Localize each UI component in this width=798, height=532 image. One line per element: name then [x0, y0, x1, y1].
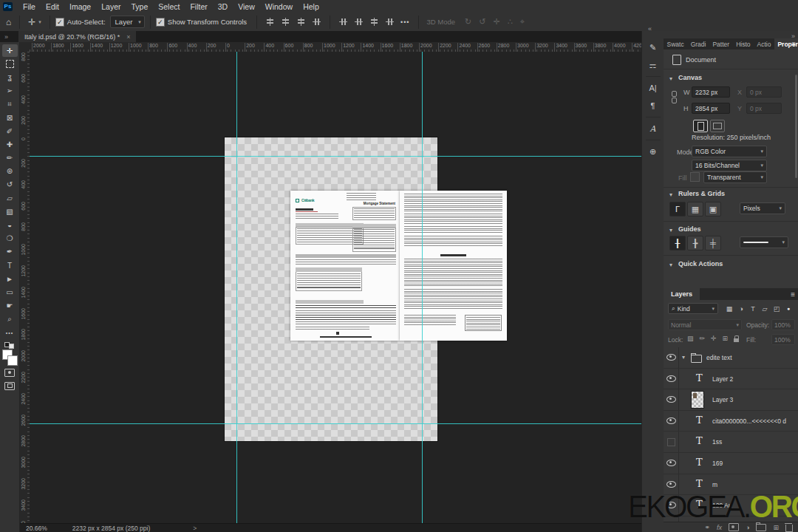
adjustment-layer-icon[interactable]: ◑ — [746, 524, 749, 531]
layer-name[interactable]: Layer 3 — [712, 396, 733, 403]
clone-stamp-tool[interactable]: ⊛ — [2, 165, 18, 177]
type-tool[interactable]: T — [2, 259, 18, 272]
zoom-level-field[interactable]: 20.66% — [26, 525, 47, 532]
canvas-section-label[interactable]: Canvas — [678, 74, 702, 81]
document-tab[interactable]: Italy id.psd @ 20.7% (RGB/16) * × — [18, 31, 136, 42]
menu-type[interactable]: Type — [126, 1, 153, 13]
layer-name[interactable]: m — [712, 481, 717, 488]
vertical-guide[interactable] — [422, 52, 423, 523]
align-top-edges-icon[interactable] — [265, 18, 275, 26]
toggle-pixel-grid-button[interactable]: ▣ — [705, 202, 721, 216]
align-vertical-centers-icon[interactable] — [281, 18, 290, 26]
horizontal-guide[interactable] — [30, 156, 641, 157]
history-brush-tool[interactable]: ↺ — [2, 178, 18, 191]
layer-row[interactable]: Tcita0000000...<<<<<<<0 d — [664, 411, 798, 432]
tab-swatc[interactable]: Swatc — [664, 38, 687, 50]
show-transform-checkbox[interactable]: ✓ — [156, 18, 165, 27]
link-dimensions-icon[interactable] — [672, 90, 677, 104]
lock-paint-icon[interactable]: ✏ — [700, 335, 706, 344]
libraries-panel-icon[interactable]: ⊕ — [645, 144, 661, 159]
hand-tool[interactable]: ☛ — [2, 299, 18, 312]
scrollbar[interactable] — [795, 75, 797, 178]
lock-guides-button[interactable]: ╊ — [687, 236, 703, 250]
statement-page-back[interactable] — [400, 191, 507, 341]
eye-hidden-box[interactable] — [667, 438, 675, 446]
move-tool-options-icon[interactable]: ✛ — [28, 17, 35, 27]
fill-checkbox[interactable] — [690, 172, 700, 182]
visibility-cell[interactable] — [664, 347, 679, 368]
width-field[interactable]: 2232 px — [692, 86, 730, 98]
panel-menu-icon[interactable]: ≡ — [791, 40, 796, 48]
collapse-caret-icon[interactable]: ▾ — [669, 191, 672, 198]
tool-presets-panel-icon[interactable]: ⚎ — [645, 58, 661, 72]
rulers-grids-section-label[interactable]: Rulers & Grids — [678, 190, 725, 197]
new-group-icon[interactable] — [756, 524, 766, 531]
layer-effects-icon[interactable]: fx — [717, 524, 722, 531]
layer-row[interactable]: TLayer 2 — [664, 369, 798, 390]
quick-actions-section-label[interactable]: Quick Actions — [678, 260, 723, 267]
menu-image[interactable]: Image — [64, 1, 96, 13]
filter-adjustment-layers-icon[interactable]: ◑ — [736, 303, 746, 314]
menu-view[interactable]: View — [233, 1, 260, 13]
clear-guides-button[interactable]: ╪ — [705, 236, 721, 250]
eyedropper-tool[interactable]: ✐ — [2, 125, 18, 137]
align-left-edges-icon[interactable] — [313, 17, 321, 27]
menu-select[interactable]: Select — [153, 1, 185, 13]
expand-caret-icon[interactable]: ▾ — [682, 354, 685, 361]
more-options-icon[interactable]: ••• — [400, 18, 409, 26]
ruler-origin-corner[interactable] — [20, 42, 30, 52]
visibility-cell[interactable] — [664, 369, 679, 389]
layer-row[interactable]: T169 — [664, 453, 798, 474]
frame-tool[interactable]: ⊠ — [2, 112, 18, 124]
screen-mode-button[interactable] — [2, 380, 18, 392]
expand-panels-icon[interactable]: « — [648, 25, 652, 33]
background-color-swatch[interactable] — [7, 355, 18, 366]
eye-icon[interactable] — [666, 417, 676, 424]
collapse-caret-icon[interactable]: ▾ — [669, 262, 672, 268]
align-right-edges-icon[interactable] — [355, 17, 363, 27]
move-tool[interactable]: ✛ — [2, 44, 18, 57]
spot-healing-brush-tool[interactable]: ✚ — [2, 138, 18, 151]
menu-file[interactable]: File — [18, 1, 41, 13]
filter-pixel-layers-icon[interactable]: ▦ — [724, 303, 734, 314]
statement-page-front[interactable]: Citibank Mortgage Statement — [290, 191, 400, 341]
lock-all-icon[interactable] — [734, 335, 739, 344]
path-selection-tool[interactable]: ► — [2, 273, 18, 285]
visibility-cell[interactable] — [664, 453, 679, 474]
layers-panel-menu-icon[interactable]: ≡ — [791, 290, 795, 299]
brush-tool[interactable]: ✏ — [2, 151, 18, 164]
vertical-guide[interactable] — [236, 52, 237, 523]
filter-shape-layers-icon[interactable]: ▱ — [760, 303, 770, 314]
color-mode-dropdown[interactable]: RGB Color▾ — [692, 146, 767, 157]
collapse-caret-icon[interactable]: ▾ — [669, 75, 672, 82]
layer-name[interactable]: Layer 2 — [712, 375, 733, 383]
tab-gradi[interactable]: Gradi — [687, 38, 709, 50]
canvas-viewport[interactable]: Citibank Mortgage Statement — [30, 52, 641, 523]
filter-type-layers-icon[interactable]: T — [748, 303, 758, 314]
align-bottom-edges-icon[interactable] — [296, 18, 306, 26]
filter-toggle-icon[interactable]: ● — [783, 303, 794, 314]
brush-settings-panel-icon[interactable]: ✎ — [645, 40, 661, 55]
close-tab-icon[interactable]: × — [126, 33, 130, 41]
rectangular-marquee-tool[interactable] — [2, 58, 18, 70]
eye-icon[interactable] — [666, 460, 676, 466]
guide-color-dropdown[interactable]: ▾ — [740, 236, 788, 248]
new-layer-icon[interactable]: ⊞ — [773, 524, 779, 531]
ruler-units-dropdown[interactable]: Pixels▾ — [740, 202, 785, 214]
distribute-vertically-icon[interactable] — [386, 17, 394, 27]
lasso-tool[interactable]: ʓ — [2, 71, 18, 83]
visibility-cell[interactable] — [664, 411, 679, 432]
edit-toolbar-button[interactable]: ••• — [2, 327, 18, 339]
layer-row[interactable]: Layer 3 — [664, 389, 798, 411]
fill-dropdown[interactable]: Transparent▾ — [703, 171, 767, 183]
swap-colors-icon[interactable] — [4, 342, 15, 348]
toggle-guides-button[interactable]: ╂ — [669, 236, 686, 250]
layer-thumbnail[interactable] — [692, 392, 703, 408]
tab-overflow-chevron-icon[interactable]: » — [4, 33, 8, 41]
lock-transparency-icon[interactable]: ▨ — [687, 335, 694, 344]
layer-name[interactable]: edite text — [706, 354, 732, 361]
menu-filter[interactable]: Filter — [185, 1, 212, 13]
eye-icon[interactable] — [666, 375, 676, 382]
crop-tool[interactable]: ⌗ — [2, 98, 18, 110]
lock-artboard-icon[interactable]: ⊞ — [723, 335, 729, 344]
